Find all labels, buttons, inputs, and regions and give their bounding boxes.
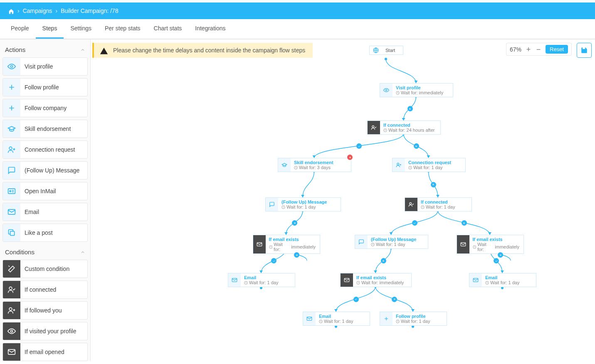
breadcrumb-current: Builder Campaign: /78 (61, 7, 119, 14)
node-title: Email (244, 275, 278, 280)
node-title: Skill endorsement (294, 160, 333, 165)
node-email2[interactable]: EmailWait for: 1 day (303, 312, 370, 326)
node-ifconn2[interactable]: If connectedWait for: 1 day (405, 197, 472, 212)
person-add-icon (393, 158, 405, 172)
node-start[interactable]: Start (369, 46, 403, 55)
person-add-icon (3, 302, 20, 319)
item-label: Connection request (20, 146, 79, 153)
node-fum1[interactable]: (Follow Up) MessageWait for: 1 day (265, 197, 341, 212)
node-ifemail3[interactable]: If email existsWait for: immediately (457, 235, 524, 254)
node-wait: Wait for: 24 hours after (383, 128, 435, 133)
plus-icon (380, 312, 393, 325)
action-connection-request[interactable]: Connection request (2, 140, 88, 159)
node-ifconn1[interactable]: If connectedWait for: 24 hours after (367, 121, 441, 135)
node-wait: Wait for: 1 day (485, 280, 519, 285)
item-label: Custom condition (20, 266, 74, 272)
tab-integrations[interactable]: Integrations (188, 19, 232, 39)
message-icon (266, 198, 278, 211)
copy-icon (3, 224, 20, 241)
node-email1[interactable]: EmailWait for: 1 day (228, 273, 295, 287)
breadcrumb-separator-icon: › (56, 7, 58, 14)
mail-icon (3, 203, 20, 221)
action-follow-company[interactable]: Follow company (2, 99, 88, 117)
condition-if-followed-you[interactable]: If followed you (2, 301, 88, 320)
branch-false-icon (414, 143, 419, 149)
action--follow-up-message[interactable]: (Follow Up) Message (2, 161, 88, 180)
tab-steps[interactable]: Steps (36, 19, 64, 39)
node-title: Email (485, 275, 519, 280)
action-visit-profile[interactable]: Visit profile (2, 57, 88, 76)
node-visit[interactable]: Visit profileWait for: immediately (380, 83, 453, 97)
node-title: Follow profile (396, 314, 430, 319)
sidebar: Actions Visit profileFollow profileFollo… (0, 39, 91, 361)
branch-false-icon (392, 297, 397, 302)
node-title: If connected (421, 199, 455, 204)
node-fum2[interactable]: (Follow Up) MessageWait for: 1 day (355, 235, 428, 249)
branch-false-icon (498, 252, 503, 258)
node-email3[interactable]: EmailWait for: 1 day (469, 273, 536, 287)
action-like-a-post[interactable]: Like a post (2, 224, 88, 242)
node-title: If email exists (356, 275, 404, 280)
svg-rect-52 (349, 157, 351, 158)
branch-true-icon (271, 258, 277, 263)
node-wait: Wait for: immediately (473, 242, 519, 252)
globe-icon (370, 46, 382, 54)
tab-per-step-stats[interactable]: Per step stats (98, 19, 147, 39)
node-ifemail2[interactable]: If email existsWait for: immediately (340, 273, 412, 287)
message-icon (3, 162, 20, 179)
branch-false-icon (294, 252, 299, 258)
plus-icon (3, 99, 20, 117)
item-label: Skill endorsement (20, 125, 75, 132)
conditions-header[interactable]: Conditions (2, 244, 88, 260)
mail-icon (3, 343, 20, 361)
node-title: If connected (383, 123, 435, 128)
mail-icon (228, 273, 241, 287)
action-open-inmail[interactable]: Open InMail (2, 182, 88, 200)
node-ifemail1[interactable]: If email existsWait for: immediately (253, 235, 320, 254)
node-connreq[interactable]: Connection requestWait for: 1 day (392, 158, 466, 172)
stop-icon[interactable] (347, 155, 353, 160)
node-wait: Wait for: 1 day (371, 242, 416, 247)
item-label: If visited your profile (20, 328, 81, 334)
node-wait: Wait for: 3 days (294, 165, 333, 170)
eye-icon (3, 58, 20, 75)
mail-icon (469, 273, 482, 287)
action-skill-endorsement[interactable]: Skill endorsement (2, 120, 88, 138)
action-email[interactable]: Email (2, 203, 88, 221)
branch-false-icon (431, 182, 436, 187)
node-wait: Wait for: 1 day (396, 319, 430, 324)
node-skill[interactable]: Skill endorsementWait for: 3 days (278, 158, 351, 172)
item-label: Email (20, 209, 43, 215)
tab-chart-stats[interactable]: Chart stats (147, 19, 189, 39)
node-follow[interactable]: Follow profileWait for: 1 day (380, 312, 447, 326)
tab-settings[interactable]: Settings (64, 19, 98, 39)
breadcrumb-home[interactable] (8, 7, 14, 14)
message-icon (355, 235, 368, 248)
node-wait: Wait for: 1 day (244, 280, 278, 285)
branch-true-icon (356, 143, 362, 149)
item-label: (Follow Up) Message (20, 167, 84, 174)
node-title: If email exists (473, 237, 519, 242)
person-check-icon (3, 281, 20, 298)
node-title: (Follow Up) Message (281, 199, 327, 204)
node-wait: Wait for: 1 day (281, 204, 327, 209)
item-label: If followed you (20, 307, 66, 314)
actions-title: Actions (5, 46, 25, 53)
condition-if-visited-your-profile[interactable]: If visited your profile (2, 322, 88, 340)
item-label: Visit profile (20, 63, 57, 70)
actions-header[interactable]: Actions (2, 42, 88, 57)
mail-icon (457, 235, 469, 253)
condition-if-connected[interactable]: If connected (2, 280, 88, 299)
breadcrumb-separator-icon: › (17, 7, 20, 14)
branch-false-icon (381, 258, 386, 263)
tab-people[interactable]: People (4, 19, 36, 39)
condition-if-email-opened[interactable]: If email opened (2, 343, 88, 361)
person-check-icon (405, 198, 417, 211)
node-wait: Wait for: immediately (356, 280, 404, 285)
condition-custom-condition[interactable]: Custom condition (2, 260, 88, 278)
breadcrumb-campaigns[interactable]: Campaigns (23, 7, 52, 14)
mortarboard-icon (3, 120, 20, 138)
item-label: If email opened (20, 349, 69, 355)
action-follow-profile[interactable]: Follow profile (2, 78, 88, 96)
flow-canvas[interactable]: Please change the time delays and conten… (91, 39, 595, 361)
